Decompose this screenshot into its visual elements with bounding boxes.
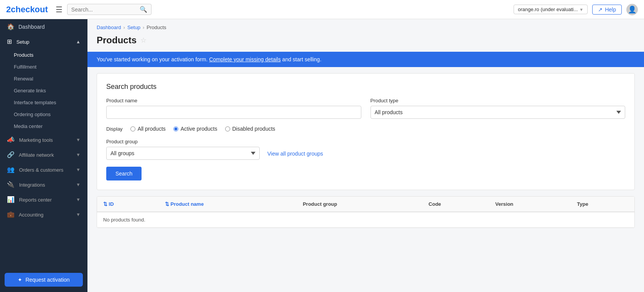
display-disabled-products[interactable]: Disabled products bbox=[225, 126, 275, 132]
request-activation-label: Request activation bbox=[25, 277, 69, 283]
display-row: Display All products Active products Dis… bbox=[106, 126, 625, 132]
global-search-input[interactable] bbox=[71, 7, 137, 13]
breadcrumb-separator: › bbox=[124, 25, 125, 30]
results-panel: ⇅ ID ⇅ Product name Product group Code V… bbox=[97, 196, 635, 228]
display-all-radio[interactable] bbox=[130, 126, 135, 131]
col-code: Code bbox=[422, 197, 489, 212]
display-radio-group: All products Active products Disabled pr… bbox=[130, 126, 275, 132]
sort-icon: ⇅ bbox=[103, 201, 107, 207]
setup-icon: ⊞ bbox=[7, 38, 12, 45]
col-product-name[interactable]: ⇅ Product name bbox=[159, 197, 297, 212]
display-active-label: Active products bbox=[181, 126, 217, 132]
sidebar-item-renewal[interactable]: Renewal bbox=[7, 73, 87, 85]
sidebar-item-integrations[interactable]: 🔌 Integrations ▼ bbox=[0, 177, 87, 192]
request-activation-button[interactable]: ✦ Request activation bbox=[5, 273, 83, 287]
chevron-down-icon: ▼ bbox=[76, 137, 81, 143]
sidebar-item-generate-links[interactable]: Generate links bbox=[7, 85, 87, 97]
sidebar-item-accounting[interactable]: 💼 Accounting ▼ bbox=[0, 207, 87, 222]
sidebar-item-marketing-tools[interactable]: 📣 Marketing tools ▼ bbox=[0, 132, 87, 147]
no-results-text: No products found. bbox=[97, 212, 634, 228]
account-selector[interactable]: orange.ro (under evaluati... ▼ bbox=[514, 5, 588, 14]
sidebar-item-setup[interactable]: ⊞ Setup ▲ bbox=[0, 34, 87, 49]
hamburger-icon[interactable]: ☰ bbox=[56, 5, 63, 14]
integrations-icon: 🔌 bbox=[7, 181, 15, 188]
chevron-up-icon: ▲ bbox=[76, 39, 81, 44]
no-results-row: No products found. bbox=[97, 212, 634, 228]
sidebar-section-label: Orders & customers bbox=[19, 167, 64, 173]
sidebar-section-label: Accounting bbox=[19, 212, 43, 218]
results-table-body: No products found. bbox=[97, 212, 634, 228]
chevron-down-icon: ▼ bbox=[76, 167, 81, 172]
sort-icon: ⇅ bbox=[165, 201, 169, 207]
reports-icon: 📊 bbox=[7, 196, 15, 203]
display-label: Display bbox=[106, 126, 123, 132]
display-active-radio[interactable] bbox=[173, 126, 178, 131]
sidebar-item-affiliate-network[interactable]: 🔗 Affiliate network ▼ bbox=[0, 147, 87, 162]
sidebar-item-interface-templates[interactable]: Interface templates bbox=[7, 97, 87, 108]
search-button[interactable]: Search bbox=[106, 167, 142, 180]
product-name-input[interactable] bbox=[106, 106, 361, 119]
page-header: Products ☆ bbox=[87, 33, 644, 52]
sidebar-section-label: Affiliate network bbox=[19, 152, 54, 158]
breadcrumb: Dashboard › Setup › Products bbox=[87, 19, 644, 33]
product-group-group: Product group All groups bbox=[106, 139, 260, 160]
external-link-icon: ↗ bbox=[598, 7, 603, 13]
chevron-down-icon: ▼ bbox=[76, 212, 81, 217]
sparkle-icon: ✦ bbox=[18, 277, 22, 283]
product-group-select-wrap: All groups bbox=[106, 147, 260, 160]
affiliate-icon: 🔗 bbox=[7, 151, 15, 158]
page-title: Products bbox=[97, 35, 137, 46]
col-version: Version bbox=[489, 197, 571, 212]
col-id[interactable]: ⇅ ID bbox=[97, 197, 159, 212]
chevron-down-icon: ▼ bbox=[76, 197, 81, 202]
view-all-product-groups-link[interactable]: View all product groups bbox=[267, 151, 323, 157]
top-navigation: 2checkout ☰ 🔍 orange.ro (under evaluati.… bbox=[0, 0, 644, 19]
sidebar-item-ordering-options[interactable]: Ordering options bbox=[7, 108, 87, 120]
user-avatar[interactable]: 👤 bbox=[626, 4, 638, 15]
main-layout: 🏠 Dashboard ⊞ Setup ▲ Products Fulfillme… bbox=[0, 19, 644, 292]
product-type-label: Product type bbox=[371, 98, 626, 103]
main-content: Dashboard › Setup › Products Products ☆ … bbox=[87, 19, 644, 292]
avatar-icon: 👤 bbox=[628, 5, 636, 14]
banner-text-before: You've started working on your activatio… bbox=[97, 56, 208, 62]
setup-submenu: Products Fulfillment Renewal Generate li… bbox=[0, 49, 87, 132]
display-active-products[interactable]: Active products bbox=[173, 126, 217, 132]
sidebar: 🏠 Dashboard ⊞ Setup ▲ Products Fulfillme… bbox=[0, 19, 87, 292]
display-disabled-radio[interactable] bbox=[225, 126, 230, 131]
favorite-star-icon[interactable]: ☆ bbox=[140, 36, 147, 44]
sidebar-bottom: ✦ Request activation bbox=[0, 267, 87, 292]
display-all-label: All products bbox=[138, 126, 166, 132]
sidebar-section-label: Reports center bbox=[19, 197, 52, 203]
sidebar-item-products[interactable]: Products bbox=[7, 49, 87, 61]
sidebar-item-media-center[interactable]: Media center bbox=[7, 120, 87, 132]
display-all-products[interactable]: All products bbox=[130, 126, 166, 132]
breadcrumb-setup[interactable]: Setup bbox=[127, 25, 140, 30]
sidebar-item-label: Dashboard bbox=[18, 24, 45, 30]
banner-link[interactable]: Complete your missing details bbox=[209, 56, 281, 62]
breadcrumb-dashboard[interactable]: Dashboard bbox=[97, 25, 121, 30]
product-group-label: Product group bbox=[106, 139, 260, 144]
product-group-select[interactable]: All groups bbox=[106, 147, 260, 160]
sidebar-section-label: Integrations bbox=[19, 182, 45, 188]
product-name-label: Product name bbox=[106, 98, 361, 103]
search-icon: 🔍 bbox=[140, 6, 147, 13]
sidebar-item-reports-center[interactable]: 📊 Reports center ▼ bbox=[0, 192, 87, 207]
sidebar-item-dashboard[interactable]: 🏠 Dashboard bbox=[0, 19, 87, 34]
orders-icon: 👥 bbox=[7, 166, 15, 173]
activation-banner: You've started working on your activatio… bbox=[87, 52, 644, 67]
sidebar-item-orders-customers[interactable]: 👥 Orders & customers ▼ bbox=[0, 162, 87, 177]
product-name-group: Product name bbox=[106, 98, 361, 119]
sidebar-item-fulfillment[interactable]: Fulfillment bbox=[7, 61, 87, 73]
col-product-group: Product group bbox=[296, 197, 422, 212]
help-button[interactable]: ↗ Help bbox=[592, 5, 622, 15]
global-search-box[interactable]: 🔍 bbox=[67, 4, 152, 15]
search-products-panel: Search products Product name Product typ… bbox=[97, 73, 635, 190]
dashboard-icon: 🏠 bbox=[7, 23, 15, 30]
results-table-header: ⇅ ID ⇅ Product name Product group Code V… bbox=[97, 197, 634, 212]
chevron-down-icon: ▼ bbox=[76, 182, 81, 187]
product-type-select[interactable]: All products Regular Subscription bbox=[371, 106, 626, 119]
search-panel-title: Search products bbox=[106, 83, 625, 91]
product-group-row: Product group All groups View all produc… bbox=[106, 139, 625, 160]
col-type: Type bbox=[571, 197, 634, 212]
logo: 2checkout bbox=[6, 5, 48, 15]
